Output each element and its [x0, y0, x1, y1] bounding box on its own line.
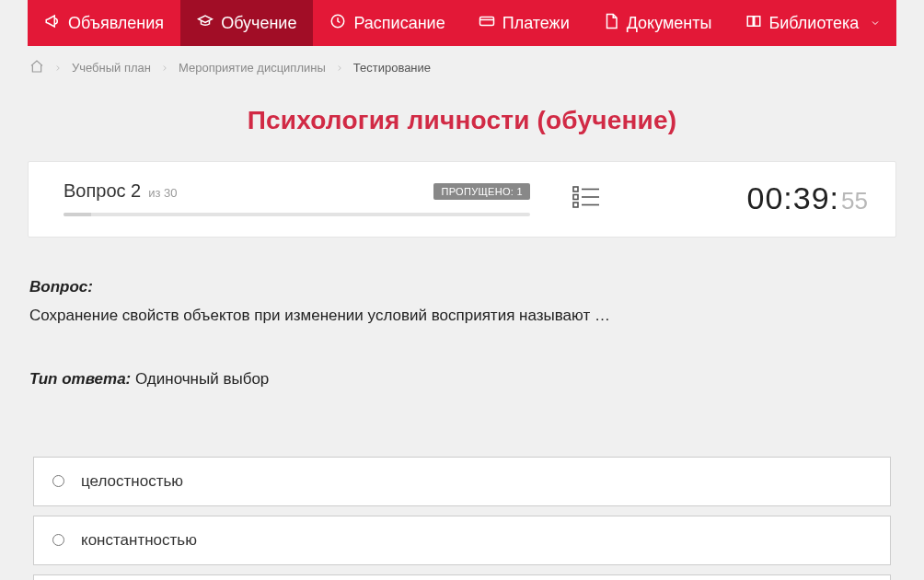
breadcrumb: Учебный планМероприятие дисциплиныТестир… — [28, 46, 896, 89]
book-icon — [745, 13, 762, 34]
file-icon — [603, 13, 619, 34]
nav-training[interactable]: Обучение — [180, 0, 313, 46]
timer-seconds: 39 — [793, 180, 830, 215]
nav-documents[interactable]: Документы — [586, 0, 729, 46]
answer-radio[interactable] — [52, 534, 64, 546]
progress-bar — [64, 213, 530, 216]
breadcrumb-item: Тестирование — [353, 61, 431, 75]
answer-type-label: Тип ответа: — [29, 370, 131, 388]
answer-option-label: константностью — [81, 531, 197, 550]
chevron-right-icon — [335, 64, 344, 73]
question-text: Сохранение свойств объектов при изменени… — [29, 303, 895, 328]
question-list-icon[interactable] — [572, 185, 600, 213]
answer-option[interactable]: предметностью — [33, 574, 891, 580]
svg-rect-1 — [479, 17, 493, 25]
answer-radio[interactable] — [52, 475, 64, 487]
chevron-right-icon — [53, 64, 63, 73]
svg-rect-7 — [573, 203, 578, 207]
card-icon — [479, 13, 495, 34]
nav-label: Документы — [627, 14, 712, 33]
nav-label: Обучение — [221, 14, 296, 33]
svg-rect-3 — [573, 187, 578, 191]
nav-library[interactable]: Библиотека — [729, 0, 898, 46]
megaphone-icon — [44, 13, 61, 34]
graduation-icon — [197, 13, 214, 34]
skipped-badge: ПРОПУЩЕНО: 1 — [433, 183, 529, 200]
answer-type-value: Одиночный выбор — [135, 370, 269, 388]
breadcrumb-item[interactable]: Мероприятие дисциплины — [179, 61, 326, 75]
svg-rect-5 — [573, 194, 578, 199]
nav-announcements[interactable]: Объявления — [28, 0, 180, 46]
timer: 00:39: 55 — [642, 180, 868, 216]
answer-option[interactable]: целостностью — [33, 457, 891, 506]
question-label: Вопрос: — [29, 278, 93, 296]
answer-options: целостностьюконстантностьюпредметностью — [28, 457, 896, 580]
nav-label: Платежи — [502, 14, 570, 33]
timer-centiseconds: 55 — [841, 187, 868, 215]
question-header-card: Вопрос 2 из 30 ПРОПУЩЕНО: 1 — [28, 161, 896, 238]
page-title: Психология личности (обучение) — [28, 106, 896, 135]
answer-option[interactable]: константностью — [33, 516, 891, 565]
home-icon[interactable] — [29, 59, 44, 76]
question-total: из 30 — [148, 186, 177, 200]
clock-icon — [329, 13, 346, 34]
main-nav: ОбъявленияОбучениеРасписаниеПлатежиДокум… — [28, 0, 896, 46]
progress-fill — [64, 213, 91, 216]
nav-schedule[interactable]: Расписание — [313, 0, 461, 46]
nav-payments[interactable]: Платежи — [462, 0, 586, 46]
timer-minutes: 00 — [747, 180, 784, 215]
answer-option-label: целостностью — [81, 472, 183, 491]
question-number: Вопрос 2 — [64, 180, 141, 202]
nav-label: Библиотека — [769, 14, 860, 33]
breadcrumb-item[interactable]: Учебный план — [72, 61, 151, 75]
chevron-down-icon — [870, 14, 881, 33]
nav-label: Расписание — [353, 14, 445, 33]
nav-label: Объявления — [68, 14, 164, 33]
chevron-right-icon — [160, 64, 169, 73]
